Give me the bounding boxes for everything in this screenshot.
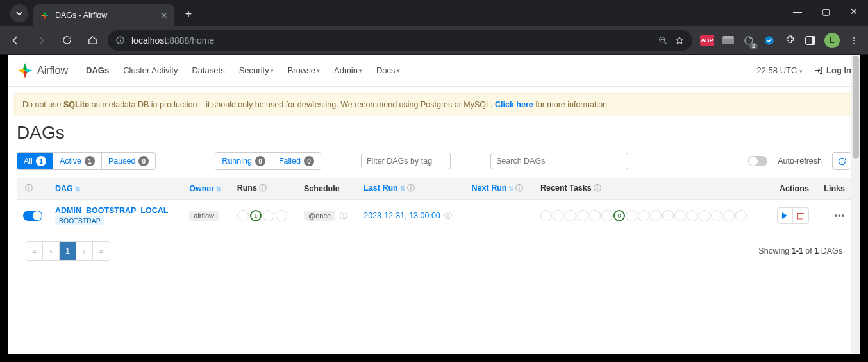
svg-point-1: [120, 38, 121, 39]
reload-icon: [62, 35, 72, 46]
alert-link[interactable]: Click here: [495, 100, 533, 109]
refresh-button[interactable]: [832, 152, 851, 170]
brand-text: Airflow: [37, 65, 68, 76]
page-1[interactable]: 1: [60, 242, 76, 260]
window-minimize-button[interactable]: ―: [783, 0, 812, 23]
back-button[interactable]: [5, 30, 26, 51]
login-button[interactable]: Log In: [814, 65, 851, 75]
delete-dag-button[interactable]: [793, 208, 808, 223]
airflow-favicon-icon: [40, 10, 50, 21]
nav-item-cluster-activity[interactable]: Cluster Activity: [123, 65, 178, 75]
reload-button[interactable]: [56, 30, 77, 51]
search-dags-input[interactable]: [490, 153, 628, 169]
arrow-right-icon: [35, 35, 47, 46]
col-recent-tasks: Recent Tasksⓘ: [534, 178, 767, 200]
page-«[interactable]: «: [26, 242, 43, 260]
pagination-summary: Showing 1-1 of 1 DAGs: [758, 246, 842, 255]
browser-menu-button[interactable]: ⋮: [847, 34, 860, 47]
refresh-icon: [837, 157, 847, 166]
table-row: ADMIN_BOOTSTRAP_LOCALBOOTSTRAPairflow1@o…: [17, 200, 851, 232]
more-links-button[interactable]: •••: [835, 211, 845, 220]
page-‹[interactable]: ‹: [43, 242, 60, 260]
home-button[interactable]: [82, 30, 103, 51]
nav-item-security[interactable]: Security▾: [239, 65, 274, 75]
address-bar[interactable]: localhost:8888/home: [108, 30, 692, 51]
last-run-link[interactable]: 2023-12-31, 13:00:00: [363, 211, 440, 220]
nav-item-docs[interactable]: Docs▾: [376, 65, 400, 75]
window-maximize-button[interactable]: ▢: [812, 0, 840, 23]
extensions-button[interactable]: [783, 34, 796, 47]
info-icon: ⓘ: [25, 184, 33, 193]
col-runs: Runsⓘ: [231, 178, 297, 200]
url-text: localhost:8888/home: [131, 35, 214, 46]
col-last-run[interactable]: Last Run⇅ⓘ: [357, 178, 465, 200]
svg-point-7: [765, 36, 774, 45]
svg-rect-2: [120, 40, 121, 42]
dag-pause-toggle[interactable]: [23, 211, 42, 221]
filter-running[interactable]: Running0: [215, 153, 272, 169]
task-circles[interactable]: 0: [540, 210, 761, 221]
svg-rect-10: [798, 214, 803, 219]
status-filter-group: All1Active1Paused0: [17, 152, 156, 170]
autorefresh-toggle[interactable]: [748, 156, 767, 166]
autorefresh-label: Auto-refresh: [778, 157, 822, 166]
extension-shield-icon[interactable]: [763, 34, 776, 47]
play-icon: [781, 212, 788, 219]
extension-sync-icon[interactable]: [742, 34, 755, 47]
zoom-icon[interactable]: [658, 35, 668, 46]
extension-abp-icon[interactable]: ABP: [700, 35, 714, 46]
col-links: Links: [815, 178, 851, 200]
page-›[interactable]: ›: [76, 242, 93, 260]
window-close-button[interactable]: ✕: [840, 0, 868, 23]
site-info-icon: [115, 35, 125, 45]
chevron-down-icon: [15, 10, 23, 17]
extension-wallet-icon[interactable]: [722, 34, 735, 47]
col-owner[interactable]: Owner⇅: [183, 178, 230, 200]
airflow-brand[interactable]: Airflow: [17, 62, 68, 79]
new-tab-button[interactable]: +: [179, 6, 197, 24]
info-icon: ⓘ: [340, 211, 347, 220]
owner-chip[interactable]: airflow: [189, 211, 219, 221]
tab-search-button[interactable]: [10, 4, 28, 22]
home-icon: [87, 35, 98, 46]
nav-item-datasets[interactable]: Datasets: [192, 65, 224, 75]
dag-link[interactable]: ADMIN_BOOTSTRAP_LOCAL: [55, 206, 168, 215]
tab-close-button[interactable]: ✕: [160, 10, 168, 21]
airflow-logo-icon: [17, 62, 33, 79]
trigger-dag-button[interactable]: [778, 208, 793, 223]
col-actions: Actions: [767, 178, 815, 200]
navbar-time[interactable]: 22:58 UTC ▾: [757, 65, 803, 75]
login-icon: [814, 65, 824, 75]
run-circles[interactable]: 1: [237, 210, 291, 221]
dags-table: ⓘ DAG⇅ Owner⇅ Runsⓘ Schedule Last Run⇅ⓘ …: [17, 178, 851, 232]
page-»[interactable]: »: [93, 242, 110, 260]
col-dag[interactable]: DAG⇅: [49, 178, 183, 200]
nav-item-browse[interactable]: Browse▾: [288, 65, 320, 75]
state-filter-group: Running0Failed0: [215, 152, 321, 170]
filter-tags-input[interactable]: [361, 153, 451, 169]
col-next-run[interactable]: Next Run⇅ⓘ: [465, 178, 534, 200]
profile-avatar[interactable]: L: [824, 33, 840, 48]
schedule-chip[interactable]: @once: [304, 211, 335, 221]
filter-failed[interactable]: Failed0: [272, 153, 321, 169]
filter-active[interactable]: Active1: [53, 153, 102, 169]
filter-all[interactable]: All1: [17, 153, 53, 169]
page-title: DAGs: [17, 123, 851, 143]
pagination: «‹1›»: [26, 241, 110, 261]
nav-item-dags[interactable]: DAGs: [86, 65, 109, 75]
bookmark-icon[interactable]: [674, 35, 685, 46]
browser-tab[interactable]: DAGs - Airflow ✕: [33, 4, 174, 26]
side-panel-button[interactable]: [804, 34, 817, 47]
trash-icon: [797, 212, 804, 220]
airflow-navbar: Airflow DAGsCluster ActivityDatasetsSecu…: [8, 55, 860, 87]
warning-alert: Do not use SQLite as metadata DB in prod…: [14, 93, 854, 116]
tab-title: DAGs - Airflow: [55, 11, 155, 20]
dag-tag[interactable]: BOOTSTRAP: [55, 216, 104, 225]
forward-button[interactable]: [31, 30, 51, 51]
nav-item-admin[interactable]: Admin▾: [334, 65, 362, 75]
col-schedule: Schedule: [297, 178, 357, 200]
page-scrollbar[interactable]: [851, 55, 860, 354]
scrollbar-thumb[interactable]: [853, 56, 859, 159]
filter-paused[interactable]: Paused0: [102, 153, 155, 169]
arrow-left-icon: [10, 35, 21, 46]
